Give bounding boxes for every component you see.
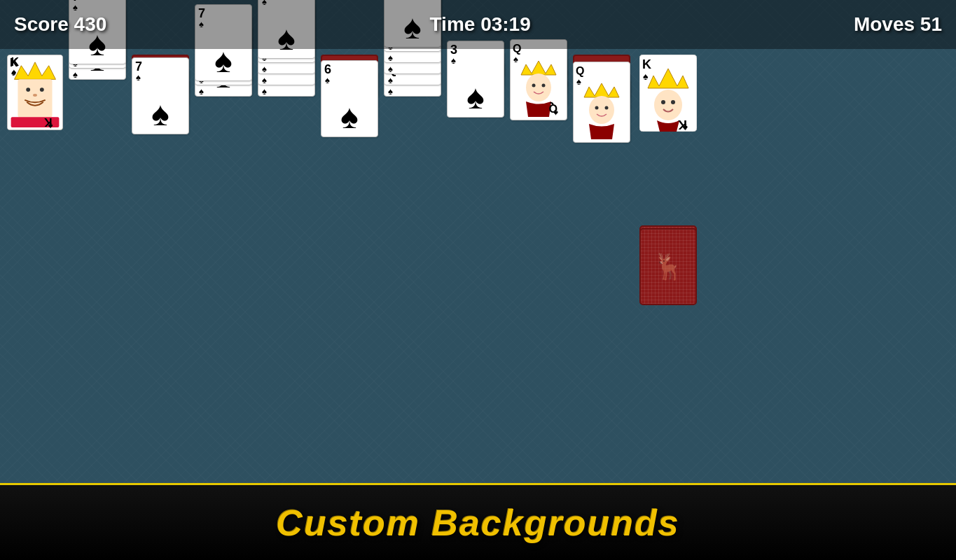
moves-display: Moves 51 <box>854 13 942 36</box>
svg-point-38 <box>661 100 665 104</box>
column-4[interactable]: K♠♠ Q♠♠ J♠♠ 10♠♠ 9♠♠ 8♠♠ 7♠♠ <box>195 55 252 81</box>
columns-area: K ♠ K ♠ 2♠♠ Q♠♠ J♠♠ 10♠♠ 9♠♠ 8♠♠ 7♠♠ <box>7 55 949 309</box>
svg-point-18 <box>526 74 551 102</box>
deck-pile[interactable]: 🦌 <box>639 225 697 309</box>
svg-point-4 <box>40 88 44 92</box>
completed-k-card[interactable]: K ♠ K ♠ <box>639 55 697 134</box>
svg-point-19 <box>532 84 536 88</box>
svg-text:♠: ♠ <box>48 121 53 130</box>
column-10[interactable]: K ♠ 10♠♠ Q ♠ <box>573 55 630 143</box>
svg-rect-2 <box>18 79 52 117</box>
svg-point-3 <box>26 88 30 92</box>
column-2[interactable]: 2♠♠ Q♠♠ J♠♠ 10♠♠ 9♠♠ 8♠♠ 7♠♠ <box>69 55 126 64</box>
bottom-banner: Custom Backgrounds <box>0 483 956 560</box>
svg-text:K: K <box>11 56 20 68</box>
svg-point-31 <box>595 106 599 110</box>
svg-text:♠: ♠ <box>12 66 17 77</box>
svg-text:K: K <box>642 57 651 71</box>
svg-point-37 <box>654 90 682 120</box>
column-3[interactable]: 9♠♠ 8♠♠ 7♠♠ <box>132 55 189 134</box>
svg-text:♠: ♠ <box>513 54 518 64</box>
time-display: Time 03:19 <box>430 13 531 36</box>
svg-text:♠: ♠ <box>553 108 558 117</box>
svg-point-30 <box>589 96 614 124</box>
column-6[interactable]: 7♠♠ 6♠♠ <box>321 55 378 137</box>
card-q-c10[interactable]: Q ♠ <box>573 62 630 143</box>
svg-text:Q: Q <box>576 65 584 77</box>
svg-text:♠: ♠ <box>682 122 688 132</box>
deck-area: K ♠ K ♠ 🦌 <box>639 55 697 309</box>
column-8[interactable]: 2♠♠ 10♠♠ 3♠♠ <box>447 55 504 118</box>
card-3-c8[interactable]: 3♠♠ <box>447 41 504 118</box>
card-q-c9[interactable]: Q ♠ Q ♠ <box>510 39 567 120</box>
game-area: Score 430 Time 03:19 Moves 51 <box>0 0 956 483</box>
column-9[interactable]: 5♠♠ 5♠♠ K ♠ 10♠♠ Q ♠ <box>510 55 567 120</box>
svg-point-39 <box>671 100 675 104</box>
banner-text: Custom Backgrounds <box>276 502 679 544</box>
column-1[interactable]: K ♠ K ♠ <box>7 55 63 130</box>
card-6-c6[interactable]: 6♠♠ <box>321 60 378 137</box>
svg-point-32 <box>605 106 609 110</box>
svg-point-5 <box>33 94 37 97</box>
svg-text:♠: ♠ <box>576 76 581 87</box>
card-king-spades[interactable]: K ♠ K ♠ <box>7 55 63 130</box>
column-5[interactable]: 8♠ 7♠ 6♠ 5♠ 4♠ 3♠ 2♠ A♠ 5♠♠ <box>258 55 315 59</box>
svg-point-20 <box>542 84 546 88</box>
svg-text:♠: ♠ <box>643 71 649 82</box>
score-display: Score 430 <box>14 13 106 36</box>
card-7-spades-c3[interactable]: 7♠♠ <box>132 57 189 134</box>
header: Score 430 Time 03:19 Moves 51 <box>0 0 956 49</box>
